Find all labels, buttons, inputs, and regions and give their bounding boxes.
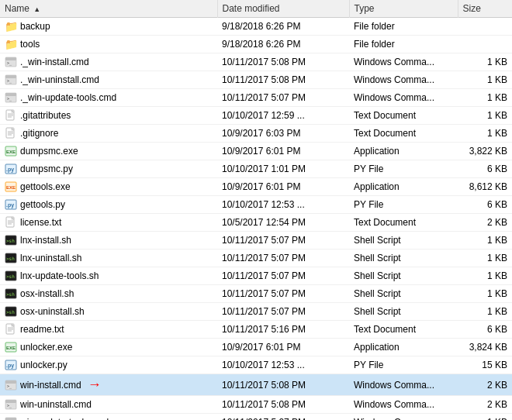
table-row[interactable]: >sh lnx-update-tools.sh10/11/2017 5:07 P… (0, 267, 512, 285)
svg-text:EXE: EXE (6, 150, 16, 154)
py-icon: .py (5, 163, 17, 175)
file-name-cell: 📁tools (0, 36, 217, 53)
table-row[interactable]: 📁tools9/18/2018 6:26 PMFile folder (0, 36, 512, 53)
file-date: 10/11/2017 5:08 PM (217, 71, 349, 89)
file-date: 10/11/2017 5:07 PM (217, 89, 349, 107)
column-header-date[interactable]: Date modified (217, 0, 349, 18)
file-name: tools (20, 39, 40, 50)
cmd-icon: >_ (5, 56, 17, 68)
table-row[interactable]: >_ win-uninstall.cmd10/11/2017 5:08 PMWi… (0, 396, 512, 414)
file-size: 1 KB (458, 285, 512, 303)
table-row[interactable]: 📁backup9/18/2018 6:26 PMFile folder (0, 18, 512, 36)
file-date: 9/18/2018 6:26 PM (217, 36, 349, 53)
table-row[interactable]: >sh lnx-uninstall.sh10/11/2017 5:07 PMSh… (0, 250, 512, 267)
file-size: 2 KB (458, 374, 512, 396)
file-name: lnx-install.sh (20, 235, 71, 246)
file-date: 10/11/2017 5:07 PM (217, 285, 349, 303)
file-size: 1 KB (458, 414, 512, 421)
file-type: Shell Script (349, 285, 458, 303)
sh-icon: >sh (5, 287, 17, 300)
file-date: 10/10/2017 12:53 ... (217, 196, 349, 214)
svg-text:EXE: EXE (6, 185, 16, 190)
table-row[interactable]: EXE unlocker.exe10/9/2017 6:01 PMApplica… (0, 339, 512, 356)
file-name-cell: EXE dumpsmc.exe (0, 143, 217, 160)
table-row[interactable]: license.txt10/5/2017 12:54 PMText Docume… (0, 214, 512, 232)
table-row[interactable]: >_ ._win-update-tools.cmd10/11/2017 5:07… (0, 89, 512, 107)
table-row[interactable]: EXE dumpsmc.exe10/9/2017 6:01 PMApplicat… (0, 143, 512, 160)
table-row[interactable]: .py dumpsmc.py10/10/2017 1:01 PMPY File6… (0, 160, 512, 178)
table-row[interactable]: .gitignore10/9/2017 6:03 PMText Document… (0, 125, 512, 143)
file-type: File folder (349, 18, 458, 36)
svg-text:EXE: EXE (6, 346, 16, 350)
file-name-cell: .gitattributes (0, 107, 217, 125)
column-header-type[interactable]: Type (349, 0, 458, 18)
file-size: 1 KB (458, 125, 512, 143)
table-row[interactable]: >sh osx-uninstall.sh10/11/2017 5:07 PMSh… (0, 303, 512, 321)
file-name-cell: >_ win-uninstall.cmd (0, 396, 217, 414)
file-name: win-update-tools.cmd (20, 417, 109, 420)
file-date: 10/10/2017 12:59 ... (217, 107, 349, 125)
file-date: 10/9/2017 6:01 PM (217, 143, 349, 160)
file-type: File folder (349, 36, 458, 53)
file-name: .gitignore (20, 128, 58, 139)
file-date: 10/11/2017 5:07 PM (217, 267, 349, 285)
file-date: 10/11/2017 5:07 PM (217, 232, 349, 250)
file-date: 10/11/2017 5:07 PM (217, 303, 349, 321)
table-row[interactable]: >_ ._win-uninstall.cmd10/11/2017 5:08 PM… (0, 71, 512, 89)
file-type: Text Document (349, 125, 458, 143)
column-header-name[interactable]: Name ▲ (0, 0, 217, 18)
file-name-cell: >_ win-install.cmd→ (0, 374, 217, 396)
file-type: Shell Script (349, 267, 458, 285)
txt-icon (5, 323, 17, 336)
arrow-indicator: → (88, 377, 102, 393)
file-size: 6 KB (458, 160, 512, 178)
file-type: PY File (349, 356, 458, 374)
file-explorer[interactable]: Name ▲ Date modified Type Size 📁backup9/… (0, 0, 512, 420)
table-row[interactable]: .gitattributes10/10/2017 12:59 ...Text D… (0, 107, 512, 125)
file-date: 10/11/2017 5:08 PM (217, 374, 349, 396)
file-name: ._win-install.cmd (20, 57, 89, 67)
file-date: 10/10/2017 12:53 ... (217, 356, 349, 374)
table-row[interactable]: >_ win-install.cmd→10/11/2017 5:08 PMWin… (0, 374, 512, 396)
svg-text:>sh: >sh (6, 238, 15, 243)
table-row[interactable]: >sh lnx-install.sh10/11/2017 5:07 PMShel… (0, 232, 512, 250)
file-name-cell: >_ ._win-update-tools.cmd (0, 89, 217, 107)
file-name-cell: >sh osx-install.sh (0, 285, 217, 303)
file-size: 1 KB (458, 250, 512, 267)
exe-icon: EXE (5, 341, 17, 353)
file-name-cell: .py dumpsmc.py (0, 160, 217, 178)
file-name: lnx-update-tools.sh (20, 270, 99, 281)
folder-icon: 📁 (5, 38, 17, 50)
sh-icon: >sh (5, 252, 17, 264)
file-size: 1 KB (458, 89, 512, 107)
file-type: Application (349, 143, 458, 160)
file-type: Text Document (349, 321, 458, 339)
file-name-cell: 📁backup (0, 18, 217, 36)
cmd-icon: >_ (5, 398, 17, 411)
file-size: 1 KB (458, 107, 512, 125)
file-name: license.txt (20, 217, 61, 228)
file-name: ._win-update-tools.cmd (20, 92, 116, 103)
svg-text:>_: >_ (7, 96, 12, 102)
table-row[interactable]: readme.txt10/11/2017 5:16 PMText Documen… (0, 321, 512, 339)
table-row[interactable]: .py gettools.py10/10/2017 12:53 ...PY Fi… (0, 196, 512, 214)
svg-text:>_: >_ (7, 60, 12, 66)
file-name-cell: >sh lnx-install.sh (0, 232, 217, 250)
column-header-size[interactable]: Size (458, 0, 512, 18)
file-name: readme.txt (20, 324, 64, 335)
file-name-cell: >_ ._win-uninstall.cmd (0, 71, 217, 89)
txt-icon (5, 127, 17, 139)
table-row[interactable]: EXE gettools.exe10/9/2017 6:01 PMApplica… (0, 178, 512, 196)
table-row[interactable]: >sh osx-install.sh10/11/2017 5:07 PMShel… (0, 285, 512, 303)
file-size: 1 KB (458, 232, 512, 250)
table-row[interactable]: >_ ._win-install.cmd10/11/2017 5:08 PMWi… (0, 53, 512, 71)
file-size: 15 KB (458, 356, 512, 374)
file-name: ._win-uninstall.cmd (20, 74, 99, 85)
file-name: osx-install.sh (20, 288, 74, 299)
folder-icon: 📁 (5, 20, 17, 33)
file-name: unlocker.exe (20, 342, 72, 353)
svg-text:.py: .py (6, 202, 14, 208)
file-type: Application (349, 339, 458, 356)
table-row[interactable]: >_ win-update-tools.cmd10/11/2017 5:07 P… (0, 414, 512, 421)
table-row[interactable]: .py unlocker.py10/10/2017 12:53 ...PY Fi… (0, 356, 512, 374)
